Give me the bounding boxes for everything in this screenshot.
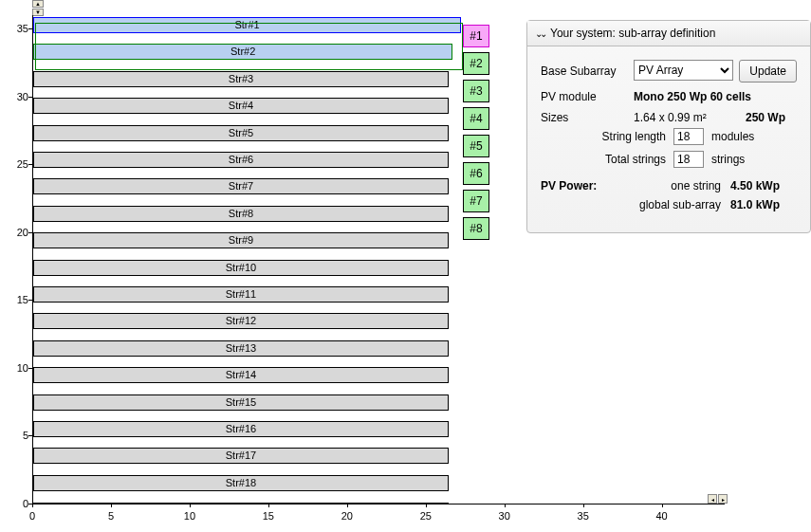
string-bar[interactable]: Str#8 (33, 206, 449, 222)
string-length-label: String length (541, 130, 673, 143)
id-tile[interactable]: #5 (463, 135, 489, 157)
string-bar[interactable]: Str#5 (33, 125, 449, 141)
x-tick: 30 (499, 510, 510, 522)
x-tick: 20 (341, 510, 353, 522)
string-bar[interactable]: Str#11 (33, 286, 449, 303)
base-subarray-label: Base Subarray (541, 64, 626, 78)
x-tick: 40 (656, 510, 668, 522)
pv-power-label: PV Power: (541, 179, 626, 217)
one-string-label: one string (626, 179, 730, 193)
scroll-right-button[interactable]: ▸ (718, 494, 728, 504)
string-length-unit: modules (711, 130, 768, 143)
scroll-up-button[interactable]: ▲ (32, 0, 44, 8)
y-tick: 20 (0, 227, 28, 238)
strings-chart: ▲ ▼ 05101520253035 Str#1Str#2Str#3Str#4S… (0, 15, 460, 532)
string-bar[interactable]: Str#17 (33, 448, 449, 464)
id-tile[interactable]: #1 (463, 25, 489, 47)
y-tick: 0 (0, 498, 28, 509)
id-tile[interactable]: #2 (463, 52, 489, 75)
total-strings-input[interactable] (673, 151, 704, 168)
base-subarray-select[interactable]: PV Array (634, 60, 733, 81)
y-tick: 5 (0, 430, 28, 441)
y-tick: 25 (0, 158, 28, 170)
x-tick: 25 (420, 510, 432, 522)
x-tick: 15 (263, 510, 274, 522)
y-tick: 30 (0, 91, 28, 102)
x-tick: 35 (578, 510, 589, 522)
string-bar[interactable]: Str#10 (33, 260, 449, 276)
string-bar[interactable]: Str#13 (33, 340, 449, 357)
pv-module-value: Mono 250 Wp 60 cells (634, 90, 797, 103)
pv-module-label: PV module (541, 90, 626, 103)
string-length-input[interactable] (673, 128, 704, 145)
collapse-icon: ⌄⌄ (535, 28, 544, 39)
id-tile[interactable]: #8 (463, 217, 489, 240)
id-tile[interactable]: #4 (463, 107, 489, 130)
sizes-power: 250 Wp (746, 111, 797, 124)
string-bar[interactable]: Str#4 (33, 98, 449, 114)
x-tick: 10 (184, 510, 195, 522)
subarray-panel: ⌄⌄ Your system: sub-array definition Bas… (526, 20, 811, 233)
sizes-label: Sizes (541, 111, 626, 124)
string-bar[interactable]: Str#2 (33, 44, 452, 60)
string-bar[interactable]: Str#14 (33, 367, 449, 383)
string-bar[interactable]: Str#3 (33, 71, 449, 87)
x-tick: 5 (108, 510, 114, 522)
id-tile[interactable]: #6 (463, 162, 489, 185)
sizes-dims: 1.64 x 0.99 m² (634, 111, 738, 124)
total-strings-unit: strings (711, 153, 768, 166)
id-tile[interactable]: #3 (463, 80, 489, 102)
string-bar[interactable]: Str#16 (33, 421, 449, 437)
string-bar[interactable]: Str#6 (33, 152, 449, 168)
string-bar[interactable]: Str#9 (33, 232, 449, 248)
y-tick: 35 (0, 23, 28, 34)
id-tile[interactable]: #7 (463, 190, 489, 212)
string-bar[interactable]: Str#1 (33, 17, 461, 33)
x-tick: 0 (29, 510, 35, 522)
string-bar[interactable]: Str#18 (33, 475, 449, 491)
scroll-left-button[interactable]: ◂ (708, 494, 717, 504)
one-string-value: 4.50 kWp (730, 179, 797, 193)
global-label: global sub-array (626, 198, 730, 211)
panel-title: Your system: sub-array definition (550, 27, 715, 40)
panel-header[interactable]: ⌄⌄ Your system: sub-array definition (527, 21, 810, 46)
string-bar[interactable]: Str#15 (33, 394, 449, 411)
id-palette: #1#2#3#4#5#6#7#8 (463, 25, 491, 245)
string-bar[interactable]: Str#7 (33, 178, 449, 194)
update-button[interactable]: Update (739, 60, 797, 83)
y-tick: 15 (0, 294, 28, 305)
string-bar[interactable]: Str#12 (33, 313, 449, 329)
global-value: 81.0 kWp (730, 198, 797, 211)
y-tick: 10 (0, 362, 28, 374)
total-strings-label: Total strings (541, 153, 673, 166)
